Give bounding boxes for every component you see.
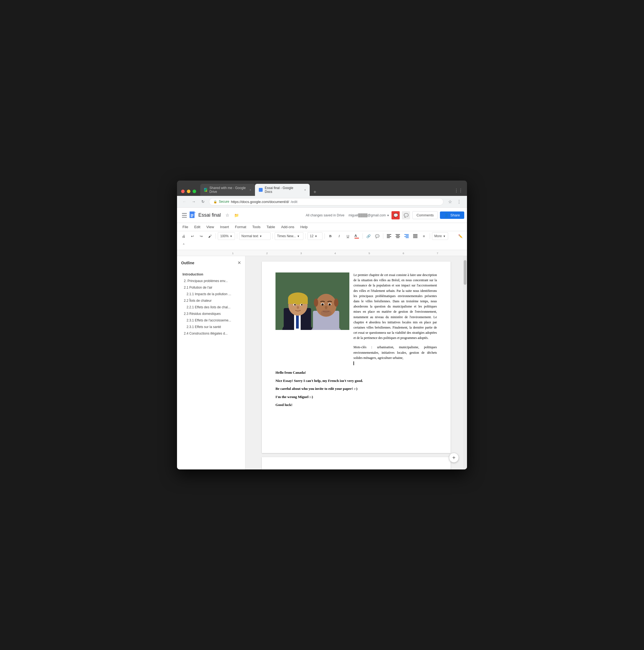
secure-lock-icon: 🔒 — [213, 200, 217, 204]
svg-text:4: 4 — [334, 252, 336, 254]
svg-rect-10 — [396, 235, 399, 236]
svg-marker-1 — [194, 212, 196, 213]
zoom-value: 100% — [220, 234, 229, 238]
svg-text:3: 3 — [300, 252, 302, 254]
maximize-window-button[interactable] — [192, 190, 196, 193]
document-title[interactable]: Essai final — [198, 212, 221, 218]
forward-button[interactable]: → — [190, 198, 197, 205]
reload-button[interactable]: ↻ — [200, 198, 206, 205]
outline-item-2-3[interactable]: 2.3 Résidus domestiques — [181, 311, 241, 317]
font-value: Times New... — [277, 234, 296, 238]
outline-item-2-1[interactable]: 2.1 Pollution de l'air — [181, 284, 241, 291]
share-label: Share — [450, 213, 460, 217]
bold-button[interactable]: B — [327, 232, 334, 240]
comment-line-2: Nice Essay! Sorry I can't help, my Frenc… — [276, 378, 437, 384]
align-center-button[interactable] — [394, 232, 402, 240]
user-dropdown-icon[interactable]: ▼ — [387, 214, 390, 217]
comments-button[interactable]: Comments — [412, 211, 438, 219]
toolbar-divider — [383, 233, 383, 239]
minimize-window-button[interactable] — [187, 190, 190, 193]
svg-rect-2 — [191, 214, 193, 215]
tab-docs[interactable]: Essai final - Google Docs × — [255, 184, 310, 196]
more-options-icon[interactable]: ⋮ — [455, 198, 463, 206]
hamburger-line — [182, 215, 187, 216]
star-icon[interactable]: ☆ — [223, 212, 231, 219]
add-page-button[interactable]: + — [449, 453, 459, 463]
insert-link-button[interactable]: 🔗 — [365, 232, 372, 240]
svg-rect-3 — [191, 215, 193, 216]
toolbar-divider — [273, 233, 273, 239]
tabs-area: Shared with me - Google Drive × Essai fi… — [200, 184, 463, 196]
collapse-toolbar-button[interactable]: ⌃ — [180, 241, 187, 249]
sidebar-close-button[interactable]: ✕ — [238, 260, 241, 265]
outline-item-2-4[interactable]: 2.4 Constructions illégales d... — [181, 330, 241, 337]
menu-item-insert[interactable]: Insert — [217, 223, 232, 230]
menu-item-help[interactable]: Help — [298, 223, 311, 230]
zoom-selector[interactable]: 100% ▼ — [218, 232, 235, 240]
outline-item-2-2[interactable]: 2.2 Îlots de chaleur — [181, 297, 241, 304]
svg-text:5: 5 — [368, 252, 370, 254]
underline-button[interactable]: U — [344, 232, 352, 240]
document-area[interactable]: Le premier chapitre de cet essai consist… — [245, 256, 467, 469]
menu-item-table[interactable]: Table — [264, 223, 278, 230]
line-spacing-button[interactable]: ≡ — [420, 232, 428, 240]
outline-item-2-3-1b[interactable]: 2.3.1 Effets sur la santé — [181, 324, 241, 330]
paragraph-style-selector[interactable]: Normal text ▼ — [239, 232, 271, 240]
hamburger-line — [182, 217, 187, 217]
menu-item-tools[interactable]: Tools — [250, 223, 263, 230]
font-size-selector[interactable]: 12 ▼ — [308, 232, 323, 240]
more-toolbar-button[interactable]: More ▼ — [432, 232, 448, 240]
scrollbar-thumb[interactable] — [464, 260, 466, 285]
edit-mode-button[interactable]: ✏️ — [457, 232, 464, 240]
more-label: More — [434, 234, 442, 238]
tab-drive[interactable]: Shared with me - Google Drive × — [200, 184, 255, 196]
print-button[interactable]: 🖨 — [180, 232, 187, 240]
svg-rect-8 — [387, 238, 390, 238]
outline-item-introduction[interactable]: Introduction — [181, 271, 241, 278]
share-button[interactable]: 👤 Share — [440, 212, 464, 219]
align-right-button[interactable] — [403, 232, 410, 240]
font-selector[interactable]: Times New... ▼ — [275, 232, 303, 240]
outline-item-2-3-1a[interactable]: 2.3.1 Effets de l'accroisseme... — [181, 317, 241, 324]
italic-button[interactable]: I — [335, 232, 343, 240]
format-paint-button[interactable]: 🖌 — [206, 232, 214, 240]
insert-comment-button[interactable]: 💬 — [373, 232, 381, 240]
outline-item-2-1-1[interactable]: 2.1.1 Impacts de la pollution ... — [181, 291, 241, 297]
menu-item-format[interactable]: Format — [232, 223, 249, 230]
tab-docs-close-icon[interactable]: × — [304, 188, 306, 191]
document-page[interactable]: Le premier chapitre de cet essai consist… — [262, 261, 451, 453]
hamburger-menu-button[interactable] — [180, 210, 189, 220]
svg-rect-9 — [396, 234, 400, 235]
menu-item-addons[interactable]: Add-ons — [278, 223, 297, 230]
new-tab-button[interactable]: + — [311, 188, 319, 196]
menu-item-edit[interactable]: Edit — [191, 223, 203, 230]
redo-button[interactable]: ↪ — [197, 232, 205, 240]
align-left-button[interactable] — [385, 232, 393, 240]
svg-rect-4 — [191, 216, 192, 217]
justify-button[interactable] — [412, 232, 419, 240]
scrollbar-track[interactable] — [463, 256, 467, 469]
url-bar[interactable]: 🔒 Secure https://docs.google.com/documen… — [209, 198, 443, 206]
sidebar-header: Outline ✕ — [181, 260, 241, 265]
undo-button[interactable]: ↩ — [188, 232, 196, 240]
svg-rect-12 — [396, 238, 399, 238]
tab-drive-close-icon[interactable]: × — [250, 188, 251, 191]
folder-icon[interactable]: 📁 — [232, 212, 240, 219]
close-window-button[interactable] — [181, 190, 185, 193]
docs-favicon-icon — [259, 188, 263, 192]
document-page-blank[interactable] — [262, 457, 451, 469]
main-content: Outline ✕ Introduction 2. Principaux pro… — [177, 256, 467, 469]
comment-bubble-red-icon: 💬 — [392, 211, 400, 219]
menu-item-file[interactable]: File — [180, 223, 191, 230]
text-color-button[interactable]: A — [353, 232, 361, 240]
ruler-svg: 1 2 3 4 5 6 7 — [182, 250, 462, 256]
tab-drive-label: Shared with me - Google Drive — [209, 186, 246, 194]
browser-settings-icon[interactable]: ⋮⋮ — [454, 188, 463, 193]
user-email: miguel████@gmail.com ▼ — [349, 213, 390, 217]
bookmark-icon[interactable]: ☆ — [446, 198, 454, 206]
menu-item-view[interactable]: View — [204, 223, 217, 230]
outline-item-2-2-1[interactable]: 2.2.1 Effets des îlots de chal... — [181, 304, 241, 311]
outline-item-2[interactable]: 2. Principaux problèmes env... — [181, 278, 241, 284]
back-button[interactable]: ← — [181, 198, 188, 205]
svg-rect-7 — [387, 237, 391, 237]
